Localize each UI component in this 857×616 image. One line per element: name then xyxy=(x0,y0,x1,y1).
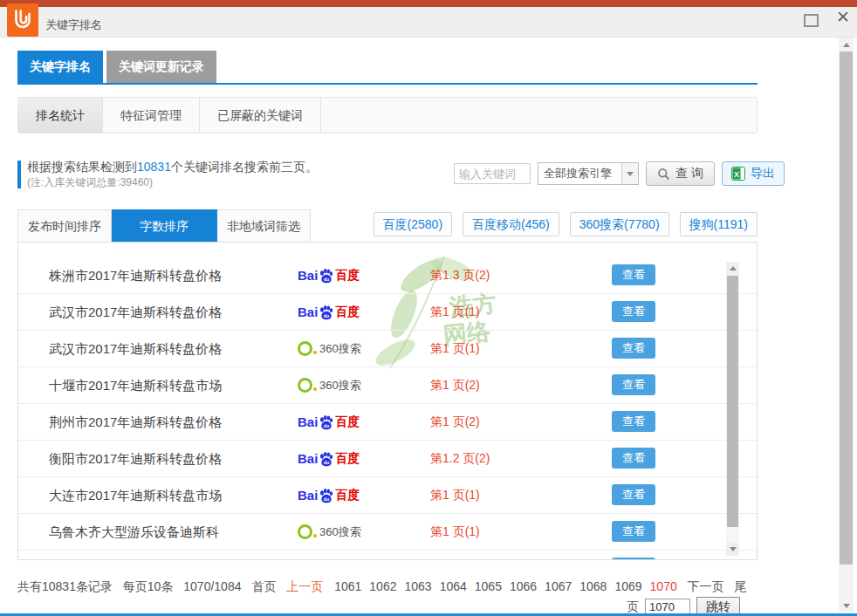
page-number-link[interactable]: 1065 xyxy=(475,579,502,593)
scroll-up-icon[interactable] xyxy=(839,38,854,51)
window-top-strip xyxy=(0,0,857,7)
filtertab-non-region-filter[interactable]: 非地域词筛选 xyxy=(217,209,311,243)
so360-logo-name: 360搜索 xyxy=(319,378,361,394)
table-row: 十堰市2017年迪斯科转盘市场 360搜索 第1 页(2) 查看 xyxy=(18,367,757,404)
tab-keyword-update-log[interactable]: 关键词更新记录 xyxy=(106,51,216,83)
page-rank-text: 第1 页(1) xyxy=(430,477,480,513)
prev-page-link[interactable]: 上一页 xyxy=(286,579,323,593)
engine-count-baidu[interactable]: 百度(2580) xyxy=(374,212,452,236)
engine-cell: 360搜索 xyxy=(298,367,361,403)
page-number-link[interactable]: 1069 xyxy=(614,579,641,593)
baidu-logo-icon: Baidu百度 xyxy=(298,451,360,467)
so360-dot-icon xyxy=(313,387,317,391)
filtertab-word-count-sort[interactable]: 字数排序 xyxy=(112,209,217,243)
window-scrollbar[interactable] xyxy=(839,38,854,613)
table-row: 武汉市2017年迪斯科转盘价格 360搜索 第1 页(1) 查看 xyxy=(18,331,757,367)
pagination-total: 共有10831条记录 xyxy=(17,579,113,593)
page-number-link[interactable]: 1061 xyxy=(334,579,361,593)
table-row: 武汉市2017年迪斯科转盘价格 Baidu百度 第1 页(1) 查看 xyxy=(18,294,757,331)
window-scrollbar-thumb[interactable] xyxy=(840,51,853,565)
subtab-feature-word-management[interactable]: 特征词管理 xyxy=(103,98,200,133)
keyword-text: 衡阳市2017年迪斯科转盘价格 xyxy=(49,441,222,476)
tab-keyword-ranking[interactable]: 关键字排名 xyxy=(17,51,103,83)
subtab-blocked-keywords[interactable]: 已屏蔽的关键词 xyxy=(200,98,321,133)
svg-text:du: du xyxy=(324,460,330,465)
engine-cell: 360搜索 xyxy=(298,331,361,366)
baidu-logo-name: 百度 xyxy=(335,305,360,320)
query-button-label: 查 询 xyxy=(675,166,703,181)
page-rank-text: 第1 页(1) xyxy=(430,294,480,330)
last-page-link-part1[interactable]: 尾 xyxy=(735,579,747,593)
engine-count-baidu-mobile[interactable]: 百度移动(456) xyxy=(463,212,559,236)
summary-note: (注:入库关键词总量:39460) xyxy=(27,175,318,189)
so360-logo-icon: 360搜索 xyxy=(298,341,361,357)
chevron-down-icon[interactable] xyxy=(621,163,638,184)
engine-cell: Baidu百度 xyxy=(298,477,360,513)
view-button[interactable]: 查看 xyxy=(612,301,655,322)
baidu-logo-bai: Bai xyxy=(298,305,318,319)
page-number-link[interactable]: 1063 xyxy=(404,579,431,593)
query-button[interactable]: 查 询 xyxy=(646,161,715,186)
scroll-down-icon[interactable] xyxy=(726,543,739,556)
summary-prefix: 根据搜索结果检测到 xyxy=(27,160,137,174)
engine-cell: Baidu百度 xyxy=(298,257,360,293)
filtertab-publish-time-sort[interactable]: 发布时间排序 xyxy=(17,209,112,243)
page-number-link[interactable]: 1068 xyxy=(579,579,607,593)
baidu-paw-icon: du xyxy=(319,305,334,320)
keyword-text: 株洲市2017年迪斯科转盘价格 xyxy=(49,257,222,293)
engine-select[interactable]: 全部搜索引擎 xyxy=(538,162,639,185)
so360-ring-icon xyxy=(298,524,312,539)
page-number-links: 1061106210631064106510661067106810691070 xyxy=(326,579,677,593)
pagination-per-page: 每页10条 xyxy=(123,579,174,593)
view-button[interactable]: 查看 xyxy=(612,411,655,432)
so360-logo-name: 360搜索 xyxy=(319,341,361,357)
baidu-logo-icon: Baidu百度 xyxy=(298,268,360,284)
table-row: 衡阳市2017年迪斯科转盘价格 Baidu百度 第1.2 页(2) 查看 xyxy=(18,441,757,477)
summary-accent-bar xyxy=(17,161,21,188)
view-button[interactable]: 查看 xyxy=(612,448,655,469)
maximize-button[interactable] xyxy=(804,14,819,27)
keyword-text: 十堰市2017年迪斯科转盘市场 xyxy=(49,367,222,403)
table-row: 大连市2017年迪斯科转盘市场 Baidu百度 第1 页(1) 查看 xyxy=(18,477,757,514)
so360-logo-name: 360搜索 xyxy=(319,524,361,540)
filter-tabs: 发布时间排序字数排序非地域词筛选 xyxy=(17,209,311,243)
view-button[interactable]: 查看 xyxy=(612,374,655,395)
page-number-link[interactable]: 1067 xyxy=(545,579,572,593)
keyword-text: 荆州市2017年迪斯科转盘价格 xyxy=(49,404,222,440)
view-button[interactable]: 查看 xyxy=(612,521,655,542)
app-logo xyxy=(7,3,38,37)
engine-count-sogou[interactable]: 搜狗(1191) xyxy=(680,212,758,236)
last-page-link-part2[interactable]: 页 xyxy=(627,599,639,615)
so360-ring-icon xyxy=(298,341,312,356)
next-page-link[interactable]: 下一页 xyxy=(688,579,724,593)
search-icon xyxy=(657,168,670,181)
close-button[interactable]: ✕ xyxy=(836,9,850,25)
page-number-link[interactable]: 1066 xyxy=(510,579,537,593)
list-scrollbar[interactable] xyxy=(726,262,739,556)
view-button[interactable]: 查看 xyxy=(612,264,655,285)
scroll-up-icon[interactable] xyxy=(726,262,739,275)
engine-count-360[interactable]: 360搜索(7780) xyxy=(570,212,669,236)
page-number-link[interactable]: 1062 xyxy=(369,579,396,593)
summary-text: 根据搜索结果检测到10831个关键词排名搜索前三页。 xyxy=(27,159,318,175)
keyword-list-body: 株洲市2017年迪斯科转盘价格 Baidu百度 第1.3 页(2) 查看 武汉市… xyxy=(18,257,757,560)
page-number-link[interactable]: 1064 xyxy=(440,579,467,593)
keyword-text: 武汉市2017年迪斯科转盘价格 xyxy=(49,331,222,366)
svg-text:du: du xyxy=(324,313,330,318)
first-page-link[interactable]: 首页 xyxy=(251,579,276,593)
page-number-link[interactable]: 1070 xyxy=(650,579,677,593)
export-button[interactable]: X 导出 xyxy=(722,161,785,186)
view-button[interactable]: 查看 xyxy=(612,558,655,560)
view-button[interactable]: 查看 xyxy=(612,338,655,359)
page-rank-text: 第1 页(2) xyxy=(430,367,480,403)
baidu-logo-bai: Bai xyxy=(298,488,318,503)
view-button[interactable]: 查看 xyxy=(612,484,655,505)
baidu-logo-bai: Bai xyxy=(298,414,318,429)
baidu-paw-icon: du xyxy=(319,268,334,284)
search-input[interactable] xyxy=(454,163,531,184)
so360-dot-icon xyxy=(313,351,317,354)
list-scrollbar-thumb[interactable] xyxy=(727,276,738,527)
scroll-down-icon[interactable] xyxy=(839,599,854,613)
subtab-ranking-stats[interactable]: 排名统计 xyxy=(18,98,103,133)
so360-ring-icon xyxy=(298,378,312,393)
